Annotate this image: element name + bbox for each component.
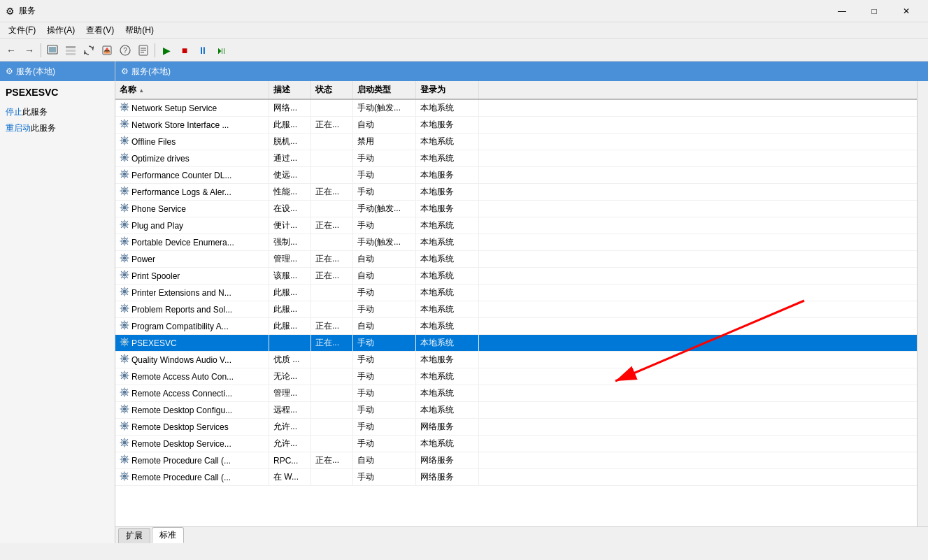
td-desc: 此服... [269, 301, 311, 317]
menu-file[interactable]: 文件(F) [3, 23, 41, 38]
pause-service-button[interactable]: ⏸ [194, 42, 211, 59]
td-logon: 本地系统 [416, 285, 479, 301]
properties-button[interactable] [135, 42, 152, 59]
table-row[interactable]: Program Compatibility A... 此服... 正在... 自… [115, 318, 917, 335]
td-logon: 本地服务 [416, 117, 479, 133]
table-row[interactable]: Performance Counter DL... 使远... 手动 本地服务 [115, 167, 917, 184]
td-desc: 在设... [269, 201, 311, 217]
th-status[interactable]: 状态 [311, 81, 353, 99]
table-row[interactable]: Network Store Interface ... 此服... 正在... … [115, 117, 917, 134]
menu-view[interactable]: 查看(V) [80, 23, 120, 38]
td-startup: 手动(触发... [353, 234, 416, 250]
table-row[interactable]: PSEXESVC 正在... 手动 本地系统 [115, 335, 917, 352]
td-startup: 手动 [353, 402, 416, 418]
td-status: 正在... [311, 184, 353, 200]
td-logon: 本地系统 [416, 251, 479, 267]
gear-icon [120, 371, 129, 382]
restart-text: 此服务 [31, 123, 56, 133]
td-startup: 手动 [353, 301, 416, 317]
left-panel: ⚙ 服务(本地) PSEXESVC 停止此服务 重启动此服务 [0, 62, 115, 543]
table-row[interactable]: Quality Windows Audio V... 优质 ... 手动 本地服… [115, 352, 917, 368]
maximize-button[interactable]: □ [858, 0, 890, 22]
menu-help[interactable]: 帮助(H) [120, 23, 159, 38]
svg-text:📤: 📤 [103, 47, 110, 54]
svg-point-41 [123, 324, 127, 327]
service-table[interactable]: 名称 ▲ 描述 状态 启动类型 登录为 Network Setup Servic… [115, 81, 917, 526]
app-icon: ⚙ [6, 6, 15, 17]
td-desc: 此服... [269, 318, 311, 334]
td-logon: 本地系统 [416, 436, 479, 452]
td-name: Network Store Interface ... [115, 117, 269, 133]
td-desc: 无论... [269, 368, 311, 385]
main-area: ⚙ 服务(本地) PSEXESVC 停止此服务 重启动此服务 ⚙ 服务(本地) [0, 62, 928, 543]
table-row[interactable]: Print Spooler 该服... 正在... 自动 本地系统 [115, 268, 917, 285]
close-button[interactable]: ✕ [890, 0, 922, 22]
help-button[interactable]: ? [117, 42, 134, 59]
table-row[interactable]: Power 管理... 正在... 自动 本地系统 [115, 251, 917, 268]
td-startup: 手动 [353, 368, 416, 385]
tab-standard[interactable]: 标准 [152, 527, 184, 543]
svg-point-27 [123, 206, 127, 210]
svg-point-57 [123, 458, 127, 461]
td-logon: 本地系统 [416, 234, 479, 250]
table-row[interactable]: Remote Access Connecti... 管理... 手动 本地系统 [115, 385, 917, 402]
tab-extended[interactable]: 扩展 [118, 528, 150, 543]
table-row[interactable]: Printer Extensions and N... 此服... 手动 本地系… [115, 285, 917, 301]
table-row[interactable]: Offline Files 脱机... 禁用 本地系统 [115, 134, 917, 150]
table-row[interactable]: Optimize drives 通过... 手动 本地系统 [115, 150, 917, 167]
tab-bar: 扩展 标准 [115, 526, 928, 543]
td-logon: 网络服务 [416, 452, 479, 468]
stop-action: 停止此服务 [6, 106, 109, 118]
td-startup: 手动 [353, 436, 416, 452]
start-service-button[interactable]: ▶ [158, 42, 175, 59]
list-view-button[interactable] [62, 42, 79, 59]
td-startup: 手动 [353, 419, 416, 435]
table-row[interactable]: Remote Desktop Configu... 远程... 手动 本地系统 [115, 402, 917, 419]
table-row[interactable]: Phone Service 在设... 手动(触发... 本地服务 [115, 201, 917, 217]
th-startup[interactable]: 启动类型 [353, 81, 416, 99]
menu-action[interactable]: 操作(A) [41, 23, 80, 38]
table-row[interactable]: Performance Logs & Aler... 性能... 正在... 手… [115, 184, 917, 201]
svg-point-43 [123, 340, 127, 344]
stop-service-button[interactable]: ■ [176, 42, 193, 59]
td-startup: 手动(触发... [353, 100, 416, 116]
table-row[interactable]: Plug and Play 便计... 正在... 手动 本地系统 [115, 217, 917, 234]
table-row[interactable]: Problem Reports and Sol... 此服... 手动 本地系统 [115, 301, 917, 318]
svg-rect-4 [66, 53, 76, 55]
td-status [311, 167, 353, 183]
table-row[interactable]: Remote Access Auto Con... 无论... 手动 本地系统 [115, 368, 917, 385]
svg-rect-1 [49, 47, 56, 52]
table-row[interactable]: Remote Desktop Service... 允许... 手动 本地系统 [115, 436, 917, 452]
td-desc: 网络... [269, 100, 311, 116]
forward-button[interactable]: → [21, 42, 38, 59]
td-desc: 允许... [269, 436, 311, 452]
back-button[interactable]: ← [3, 42, 20, 59]
scrollbar[interactable] [917, 81, 928, 526]
export-button[interactable]: 📤 [99, 42, 115, 59]
td-name: Remote Desktop Service... [115, 436, 269, 452]
td-name: Remote Access Auto Con... [115, 368, 269, 385]
th-desc[interactable]: 描述 [269, 81, 311, 99]
td-logon: 本地系统 [416, 318, 479, 334]
gear-icon [120, 119, 129, 131]
gear-icon [120, 354, 129, 366]
td-status: 正在... [311, 217, 353, 234]
th-name[interactable]: 名称 ▲ [115, 81, 269, 99]
td-name: Remote Desktop Services [115, 419, 269, 435]
table-row[interactable]: Remote Procedure Call (... 在 W... 手动 网络服… [115, 469, 917, 486]
refresh-button[interactable] [80, 42, 97, 59]
table-row[interactable]: Remote Desktop Services 允许... 手动 网络服务 [115, 419, 917, 436]
restart-link[interactable]: 重启动 [6, 123, 31, 133]
td-logon: 本地系统 [416, 268, 479, 284]
table-row[interactable]: Portable Device Enumera... 强制... 手动(触发..… [115, 234, 917, 251]
td-status [311, 134, 353, 150]
table-row[interactable]: Network Setup Service 网络... 手动(触发... 本地系… [115, 100, 917, 117]
stop-link[interactable]: 停止 [6, 107, 22, 117]
resume-service-button[interactable]: ⏯ [213, 42, 229, 59]
minimize-button[interactable]: — [826, 0, 858, 22]
table-row[interactable]: Remote Procedure Call (... RPC... 正在... … [115, 452, 917, 469]
show-console-button[interactable] [44, 42, 61, 59]
gear-icon [120, 421, 129, 433]
svg-point-47 [123, 374, 127, 378]
th-logon[interactable]: 登录为 [416, 81, 479, 99]
